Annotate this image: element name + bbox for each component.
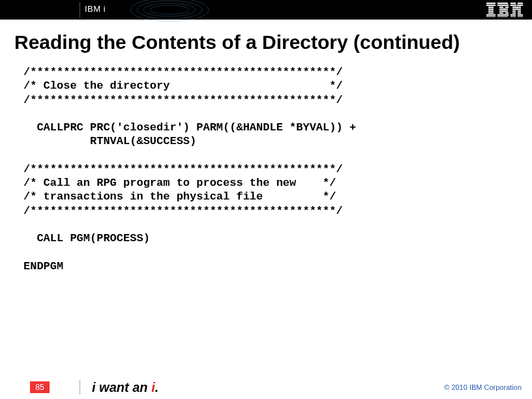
page-number-wrap: 85: [0, 381, 80, 393]
svg-rect-20: [497, 14, 509, 16]
svg-rect-22: [510, 3, 516, 4]
svg-rect-31: [512, 12, 516, 14]
slogan-suffix: .: [155, 380, 159, 394]
code-line: /***************************************…: [23, 205, 343, 217]
footer-divider: [80, 380, 80, 394]
code-block: /***************************************…: [23, 65, 532, 273]
brand-text: IBM i: [85, 4, 106, 14]
svg-rect-18: [499, 12, 503, 14]
svg-rect-9: [488, 12, 494, 14]
svg-rect-23: [518, 3, 523, 4]
svg-rect-12: [497, 3, 508, 4]
svg-rect-30: [518, 10, 521, 12]
svg-rect-14: [499, 7, 503, 8]
code-line: /* Close the directory */: [23, 80, 343, 92]
svg-rect-16: [499, 8, 508, 10]
footer-bar: 85 i want an i. © 2010 IBM Corporation: [0, 376, 532, 399]
code-line: RTNVAL(&SUCCESS): [23, 135, 196, 147]
svg-rect-8: [488, 10, 494, 12]
header-divider: [80, 2, 80, 18]
svg-rect-4: [486, 3, 495, 4]
svg-rect-13: [497, 5, 509, 6]
code-line: CALL PGM(PROCESS): [23, 232, 150, 244]
swirl-graphic: [124, 0, 254, 26]
svg-rect-19: [505, 12, 509, 14]
code-line: /* transactions in the physical file */: [23, 190, 336, 203]
page-number: 85: [30, 381, 49, 393]
code-line: CALLPRC PRC('closedir') PARM((&HANDLE *B…: [23, 121, 356, 134]
svg-rect-11: [486, 16, 495, 17]
slide-title: Reading the Contents of a Directory (con…: [14, 31, 532, 53]
svg-rect-5: [486, 5, 495, 6]
svg-rect-32: [518, 12, 521, 14]
svg-rect-17: [499, 10, 508, 12]
code-line: ENDPGM: [23, 260, 63, 273]
svg-rect-7: [488, 8, 494, 10]
copyright-text: © 2010 IBM Corporation: [444, 383, 522, 391]
svg-rect-35: [510, 16, 516, 17]
slogan-prefix: i want an: [92, 380, 151, 394]
code-line: /***************************************…: [23, 94, 343, 106]
svg-point-3: [150, 5, 189, 14]
svg-rect-28: [512, 8, 521, 10]
code-line: /***************************************…: [23, 66, 343, 78]
svg-rect-33: [510, 14, 516, 16]
svg-rect-6: [488, 7, 494, 8]
svg-rect-36: [518, 16, 523, 17]
ibm-logo: [486, 3, 523, 17]
slogan: i want an i.: [92, 380, 158, 395]
code-line: /***************************************…: [23, 163, 343, 175]
svg-rect-21: [497, 16, 508, 17]
svg-rect-29: [512, 10, 516, 12]
svg-rect-34: [518, 14, 523, 16]
svg-rect-24: [510, 5, 516, 6]
svg-rect-25: [517, 5, 523, 6]
svg-rect-26: [512, 7, 517, 8]
svg-rect-27: [516, 7, 521, 8]
svg-rect-15: [505, 7, 509, 8]
svg-rect-10: [486, 14, 495, 16]
code-line: /* Call an RPG program to process the ne…: [23, 177, 336, 189]
header-bar: IBM i: [0, 0, 532, 20]
